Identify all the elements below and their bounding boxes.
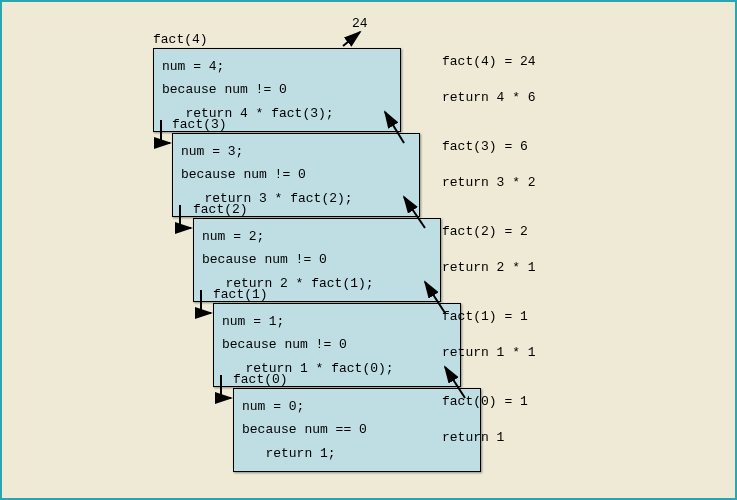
svg-line-4 [343,32,360,46]
return-title-2: fact(2) = 2 [442,224,528,239]
return-expr-2: return 2 * 1 [442,260,536,275]
return-title-1: fact(3) = 6 [442,139,528,154]
frame-label-2: fact(2) [193,202,248,217]
final-result: 24 [352,16,368,31]
diagram-frame: 24 fact(4)num = 4; because num != 0 retu… [0,0,737,500]
return-title-3: fact(1) = 1 [442,309,528,324]
return-title-0: fact(4) = 24 [442,54,536,69]
frame-label-4: fact(0) [233,372,288,387]
return-expr-4: return 1 [442,430,504,445]
return-expr-1: return 3 * 2 [442,175,536,190]
frame-label-3: fact(1) [213,287,268,302]
return-expr-0: return 4 * 6 [442,90,536,105]
return-expr-3: return 1 * 1 [442,345,536,360]
return-title-4: fact(0) = 1 [442,394,528,409]
frame-label-1: fact(3) [172,117,227,132]
frame-label-0: fact(4) [153,32,208,47]
